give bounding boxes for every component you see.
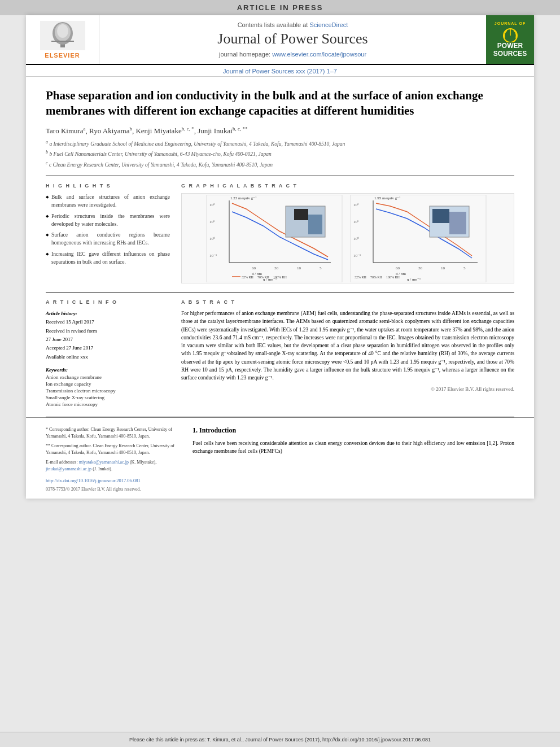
keyword-2: Ion exchange capacity bbox=[46, 381, 170, 387]
received-date: Received 15 April 2017 bbox=[46, 318, 170, 326]
history-label: Article history: bbox=[46, 309, 170, 318]
svg-rect-42 bbox=[432, 209, 449, 223]
homepage-link[interactable]: www.elsevier.com/locate/jpowsour bbox=[272, 51, 366, 58]
email-line: E-mail addresses: miyatake@yamanashi.ac.… bbox=[46, 459, 176, 473]
received-revised-label: Received in revised form bbox=[46, 327, 170, 335]
svg-text:5: 5 bbox=[320, 266, 322, 270]
sciencedirect-line: Contents lists available at ScienceDirec… bbox=[238, 21, 348, 28]
svg-text:70% RH: 70% RH bbox=[370, 276, 383, 279]
svg-point-4 bbox=[57, 24, 68, 38]
keyword-3: Transmission electron microscopy bbox=[46, 388, 170, 394]
highlights-graphical-section: H I G H L I G H T S Bulk and surface str… bbox=[46, 183, 514, 283]
doi-link[interactable]: http://dx.doi.org/10.1016/j.jpowsour.201… bbox=[46, 478, 141, 483]
footnotes-column: * Corresponding author. Clean Energy Res… bbox=[46, 426, 176, 493]
ps-logo-top: JOURNAL OF bbox=[495, 21, 526, 25]
svg-text:100% RH: 100% RH bbox=[273, 276, 287, 279]
keyword-5: Atomic force microscopy bbox=[46, 401, 170, 407]
info-abstract-section: A R T I C L E I N F O Article history: R… bbox=[46, 299, 514, 408]
graphical-abstract-image: 10² 10¹ 10⁰ 10⁻¹ 60 30 10 5 d / nm q / n… bbox=[181, 193, 514, 283]
highlight-item-1: Bulk and surface structures of anion exc… bbox=[46, 193, 170, 209]
svg-text:q / nm⁻¹: q / nm⁻¹ bbox=[407, 277, 421, 282]
article-title: Phase separation and ion conductivity in… bbox=[46, 88, 514, 119]
keyword-1: Anion exchange membrane bbox=[46, 374, 170, 380]
elsevier-logo: ELSEVIER bbox=[32, 20, 94, 59]
journal-citation: Journal of Power Sources xxx (2017) 1–7 bbox=[26, 65, 534, 77]
keywords-label: Keywords: bbox=[46, 367, 170, 373]
highlights-list: Bulk and surface structures of anion exc… bbox=[46, 193, 170, 266]
elsevier-label: ELSEVIER bbox=[45, 52, 80, 59]
author-kimura: Taro Kimura bbox=[46, 126, 84, 135]
citation-bar: Please cite this article in press as: T.… bbox=[0, 732, 560, 747]
email-miyatake[interactable]: miyatake@yamanashi.ac.jp bbox=[79, 460, 129, 465]
svg-text:32% RH: 32% RH bbox=[242, 276, 254, 279]
affiliations: a a Interdisciplinary Graduate School of… bbox=[46, 139, 514, 169]
svg-text:10: 10 bbox=[441, 266, 445, 270]
footnote-2: ** Corresponding author. Clean Energy Re… bbox=[46, 443, 176, 456]
svg-text:10²: 10² bbox=[209, 203, 215, 207]
svg-text:10⁻¹: 10⁻¹ bbox=[353, 254, 361, 258]
svg-text:32% RH: 32% RH bbox=[355, 276, 367, 279]
svg-text:60: 60 bbox=[252, 266, 256, 270]
email2-note: (J. Inukai). bbox=[93, 466, 112, 471]
section-divider-2 bbox=[46, 292, 514, 292]
bottom-section: * Corresponding author. Clean Energy Res… bbox=[26, 417, 534, 499]
article-content: Phase separation and ion conductivity in… bbox=[26, 77, 534, 417]
highlight-item-2: Periodic structures inside the membranes… bbox=[46, 212, 170, 229]
sciencedirect-link[interactable]: ScienceDirect bbox=[309, 21, 348, 28]
journal-homepage-line: journal homepage: www.elsevier.com/locat… bbox=[219, 51, 366, 58]
svg-text:100% RH: 100% RH bbox=[386, 276, 400, 279]
svg-rect-43 bbox=[449, 212, 466, 234]
abstract-heading: A B S T R A C T bbox=[181, 299, 514, 305]
journal-header: ELSEVIER Contents lists available at Sci… bbox=[26, 15, 534, 65]
svg-text:10²: 10² bbox=[353, 203, 358, 207]
author-inukai: Junji Inukai bbox=[198, 126, 233, 135]
introduction-column: 1. Introduction Fuel cells have been rec… bbox=[193, 426, 514, 493]
power-icon bbox=[499, 25, 522, 42]
elsevier-tree-icon bbox=[40, 21, 85, 50]
abstract-text: For higher performances of anion exchang… bbox=[181, 309, 514, 382]
sciencedirect-text: Contents lists available at bbox=[238, 21, 308, 28]
svg-text:1.23 mequiv g⁻¹: 1.23 mequiv g⁻¹ bbox=[230, 196, 256, 200]
svg-text:70% RH: 70% RH bbox=[257, 276, 270, 279]
graphical-abstract-column: G R A P H I C A L A B S T R A C T 10² 10… bbox=[181, 183, 514, 283]
email-inukai[interactable]: jinukai@yamanashi.ac.jp bbox=[46, 466, 91, 471]
section-divider-1 bbox=[46, 176, 514, 176]
keywords-section: Keywords: Anion exchange membrane Ion ex… bbox=[46, 367, 170, 407]
accepted-date: Accepted 27 June 2017 bbox=[46, 344, 170, 352]
ps-logo-main: POWER SOURCES bbox=[489, 42, 531, 57]
svg-text:10¹: 10¹ bbox=[209, 220, 215, 224]
footnote-1: * Corresponding author. Clean Energy Res… bbox=[46, 426, 176, 440]
available-online: Available online xxx bbox=[46, 353, 170, 361]
homepage-text: journal homepage: bbox=[219, 51, 270, 58]
svg-rect-22 bbox=[308, 215, 322, 234]
journal-name-header: Journal of Power Sources bbox=[217, 30, 368, 47]
elsevier-header-left: ELSEVIER bbox=[26, 15, 99, 64]
svg-text:10⁰: 10⁰ bbox=[209, 237, 215, 241]
journal-header-right: JOURNAL OF POWER SOURCES bbox=[486, 15, 534, 64]
authors-line: Taro Kimuraa, Ryo Akiyamab, Kenji Miyata… bbox=[46, 126, 514, 136]
author-akiyama: Ryo Akiyama bbox=[89, 126, 129, 135]
affil-a: a a Interdisciplinary Graduate School of… bbox=[46, 139, 514, 148]
paper-container: ELSEVIER Contents lists available at Sci… bbox=[26, 15, 534, 499]
svg-text:30: 30 bbox=[274, 266, 279, 270]
doi-line: http://dx.doi.org/10.1016/j.jpowsour.201… bbox=[46, 477, 176, 484]
article-info-column: A R T I C L E I N F O Article history: R… bbox=[46, 299, 170, 408]
svg-text:30: 30 bbox=[418, 266, 423, 270]
affil-c: c c Clean Energy Research Center, Univer… bbox=[46, 160, 514, 169]
article-in-press-banner: ARTICLE IN PRESS bbox=[0, 0, 560, 15]
svg-text:60: 60 bbox=[396, 266, 400, 270]
keyword-4: Small-angle X-ray scattering bbox=[46, 395, 170, 400]
article-info-heading: A R T I C L E I N F O bbox=[46, 299, 170, 305]
abstract-column: A B S T R A C T For higher performances … bbox=[181, 299, 514, 408]
power-sources-logo: JOURNAL OF POWER SOURCES bbox=[489, 19, 531, 61]
highlights-column: H I G H L I G H T S Bulk and surface str… bbox=[46, 183, 170, 283]
svg-text:1.95 mequiv g⁻¹: 1.95 mequiv g⁻¹ bbox=[374, 196, 400, 200]
bottom-two-col: * Corresponding author. Clean Energy Res… bbox=[46, 426, 514, 493]
revised-date: 27 June 2017 bbox=[46, 335, 170, 344]
highlight-item-4: Increasing IEC gave different influences… bbox=[46, 250, 170, 267]
affil-b: b b Fuel Cell Nanomaterials Center, Univ… bbox=[46, 149, 514, 158]
journal-header-center: Contents lists available at ScienceDirec… bbox=[99, 15, 486, 64]
author-miyatake: Kenji Miyatake bbox=[135, 126, 181, 135]
svg-rect-21 bbox=[294, 209, 308, 220]
email1-note: (K. Miyatake), bbox=[130, 460, 156, 465]
